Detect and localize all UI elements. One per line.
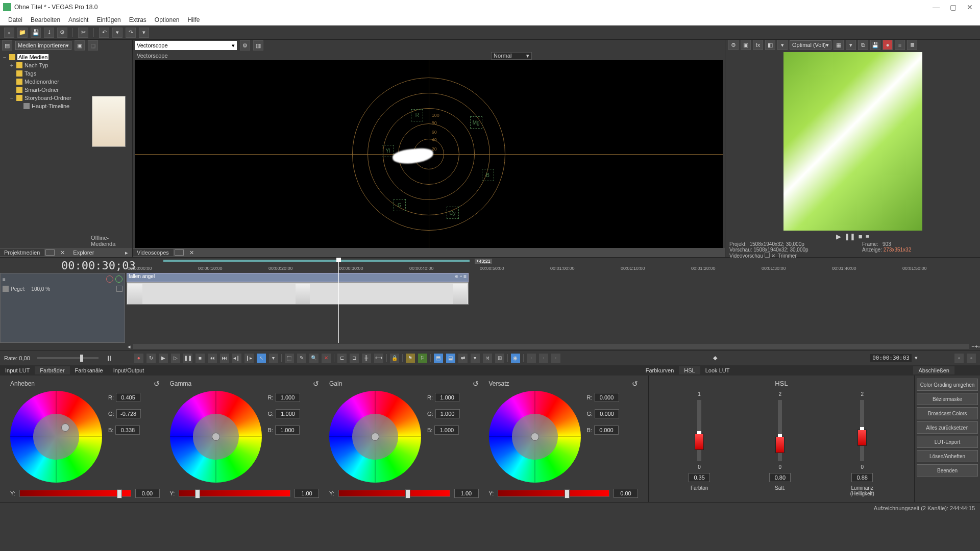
prev-save-icon[interactable]: 💾 xyxy=(870,40,880,50)
tab-videoscopes[interactable]: Videoscopes xyxy=(133,249,173,256)
media-thumbnail[interactable] xyxy=(92,96,126,147)
tree-medienordner[interactable]: Medienordner xyxy=(24,79,59,85)
prev-dd-icon[interactable]: ▾ xyxy=(777,40,788,50)
video-clip-thumbs[interactable] xyxy=(127,282,469,305)
save-icon[interactable]: 💾 xyxy=(31,28,41,38)
wheel-reset-2[interactable]: ↺ xyxy=(473,380,479,388)
undo-dd-icon[interactable]: ▾ xyxy=(112,28,122,38)
normal-edit-button[interactable]: ↖ xyxy=(257,354,266,363)
motion-icon[interactable] xyxy=(3,286,9,292)
edit-dd-button[interactable]: ▾ xyxy=(269,354,278,363)
wheel-reset-3[interactable]: ↺ xyxy=(632,380,638,388)
prev-b-icon[interactable]: ≣ xyxy=(907,40,917,50)
side-button-6[interactable]: Beenden xyxy=(917,464,978,477)
side-button-3[interactable]: Alles zurücksetzen xyxy=(917,421,978,434)
prev-a-icon[interactable]: ≡ xyxy=(895,40,905,50)
wheel-0-g[interactable] xyxy=(116,409,141,418)
scroll-tabs-icon[interactable]: ▸ xyxy=(121,249,132,257)
tab-projektmedien[interactable]: Projektmedien xyxy=(0,249,44,256)
color-grading-button[interactable]: ◉ xyxy=(511,354,520,363)
wheel-2-y[interactable] xyxy=(454,489,479,498)
close-scope-icon[interactable]: ✕ xyxy=(185,249,198,257)
trim-start-button[interactable]: ⊏ xyxy=(337,354,347,363)
zoom-tool-button[interactable]: 🔍 xyxy=(309,354,318,363)
properties-icon[interactable]: ⚙ xyxy=(57,28,67,38)
hsl-value-2[interactable] xyxy=(851,473,873,482)
undo-icon[interactable]: ↶ xyxy=(99,28,109,38)
views-icon[interactable]: ▤ xyxy=(2,40,12,51)
track-bypass-icon[interactable] xyxy=(106,276,113,283)
misc3-button[interactable]: · xyxy=(551,354,560,363)
menu-optionen[interactable]: Optionen xyxy=(151,15,184,24)
auto-crossfade-button[interactable]: ⤭ xyxy=(483,354,492,363)
timecode-dd-icon[interactable]: ▾ xyxy=(915,355,918,361)
prev-grid-icon[interactable]: ▦ xyxy=(834,40,844,50)
preview-pause-icon[interactable]: ❚❚ xyxy=(844,233,855,240)
quantize-button[interactable]: ⬓ xyxy=(446,354,455,363)
prev-fx-icon[interactable]: fx xyxy=(753,40,763,50)
wheel-3-y[interactable] xyxy=(614,489,638,498)
timeline-scrollbar[interactable] xyxy=(133,344,969,349)
hsl-slider-2[interactable] xyxy=(860,400,864,461)
tree-nach-typ[interactable]: Nach Typ xyxy=(24,62,48,68)
timeline-scroll-left-icon[interactable]: ◂ xyxy=(128,343,131,350)
color-wheel-0[interactable] xyxy=(10,391,102,483)
wheel-2-y-slider[interactable] xyxy=(338,490,450,497)
delete-button[interactable]: ✕ xyxy=(322,354,331,363)
timeline-ruler[interactable]: +43;21 00:00:00:00 00:00:10:00 00:00:20:… xyxy=(128,258,975,273)
slip-button[interactable]: ⟷ xyxy=(374,354,383,363)
redo-dd-icon[interactable]: ▾ xyxy=(139,28,149,38)
menu-extras[interactable]: Extras xyxy=(125,15,151,24)
menu-datei[interactable]: Datei xyxy=(4,15,27,24)
misc2-button[interactable]: · xyxy=(539,354,548,363)
minimize-icon[interactable]: — xyxy=(933,3,940,11)
play-start-button[interactable]: ▶ xyxy=(159,354,168,363)
preview-stop-icon[interactable]: ■ xyxy=(859,233,863,240)
track-automation-icon[interactable] xyxy=(115,276,122,283)
tab-farbkurven[interactable]: Farbkurven xyxy=(641,366,679,374)
track-list-icon[interactable]: ≡ xyxy=(3,277,6,282)
tab-input-lut[interactable]: Input LUT xyxy=(0,366,35,374)
envelope-tool-button[interactable]: ✎ xyxy=(297,354,306,363)
prev-settings-icon[interactable]: ⚙ xyxy=(728,40,739,50)
transport-timecode[interactable]: 00:00:30;03 xyxy=(870,354,912,362)
scope-layout-icon[interactable]: ▥ xyxy=(253,40,263,51)
marker-button[interactable]: ⚑ xyxy=(406,354,415,363)
side-button-4[interactable]: LUT-Export xyxy=(917,436,978,448)
tree-storyboard[interactable]: Storyboard-Ordner xyxy=(24,95,71,101)
play-button[interactable]: ▷ xyxy=(171,354,180,363)
hsl-slider-1[interactable] xyxy=(778,400,782,461)
go-end-button[interactable]: ⏭ xyxy=(220,354,229,363)
close-tab-icon[interactable]: ✕ xyxy=(56,249,69,257)
rate-slider[interactable] xyxy=(37,357,99,359)
loop-button[interactable]: ↻ xyxy=(146,354,156,363)
event-group-button[interactable]: ⊞ xyxy=(495,354,504,363)
tree-haupt-timeline[interactable]: Haupt-Timeline xyxy=(32,103,69,109)
ripple-dd-button[interactable]: ▾ xyxy=(471,354,480,363)
side-button-2[interactable]: Broadcast Colors xyxy=(917,407,978,419)
preview-play-icon[interactable]: ▶ xyxy=(836,233,841,240)
tab-abschliessen[interactable]: Abschließen xyxy=(913,366,954,374)
hsl-slider-0[interactable] xyxy=(697,400,701,461)
selection-tool-button[interactable]: ⬚ xyxy=(285,354,294,363)
undock-icon[interactable] xyxy=(45,249,55,256)
trim-end-button[interactable]: ⊐ xyxy=(350,354,359,363)
region-button[interactable]: ⚐ xyxy=(418,354,427,363)
wheel-0-y-slider[interactable] xyxy=(19,490,131,497)
rate-reset-icon[interactable]: ⏸ xyxy=(106,354,113,362)
prev-frame-button[interactable]: ◂❙ xyxy=(232,354,241,363)
menu-ansicht[interactable]: Ansicht xyxy=(64,15,92,24)
maximize-icon[interactable]: ▢ xyxy=(950,3,957,11)
preview-menu-icon[interactable]: ≡ xyxy=(866,233,870,240)
wheel-3-r[interactable] xyxy=(595,393,619,402)
tab-farbkanaele[interactable]: Farbkanäle xyxy=(70,366,108,374)
prev-split-icon[interactable]: ◧ xyxy=(765,40,775,50)
scope-mode-dropdown[interactable]: Normal▾ xyxy=(491,52,532,60)
record-button[interactable]: ● xyxy=(134,354,143,363)
wheel-2-g[interactable] xyxy=(435,409,460,418)
hsl-value-0[interactable] xyxy=(689,473,710,482)
menu-einfuegen[interactable]: Einfügen xyxy=(92,15,125,24)
track-body[interactable]: fallen angel⨳ ▫ ≡ xyxy=(125,273,980,343)
scope-settings-icon[interactable]: ⚙ xyxy=(240,40,250,51)
wheel-0-b[interactable] xyxy=(115,425,140,435)
